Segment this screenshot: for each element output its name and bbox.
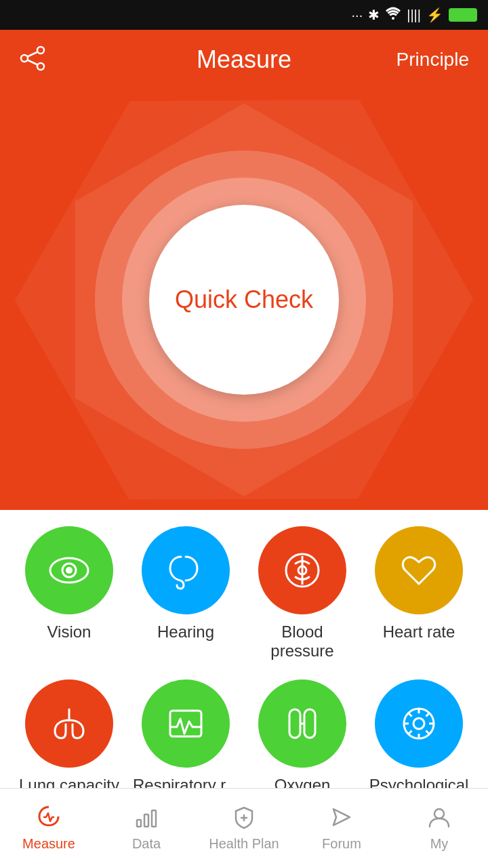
svg-line-22 [409,713,412,717]
psychological-item[interactable]: Psychological [365,679,473,795]
svg-rect-26 [137,820,141,827]
nav-forum[interactable]: Forum [293,789,390,868]
svg-point-17 [413,718,424,729]
bottom-navigation: Measure Data Health Plan Forum [0,788,488,868]
hearing-icon-circle [142,526,230,614]
svg-rect-13 [289,709,300,738]
respiratory-icon-circle [142,679,230,768]
svg-line-24 [426,713,430,717]
hearing-item[interactable]: Hearing [131,526,240,660]
blood-pressure-label: Blood pressure [248,623,357,660]
nav-my-label: My [430,836,449,852]
nav-data-label: Data [132,836,161,852]
nav-health-plan-label: Health Plan [209,836,279,852]
grid-row-1: Vision Hearing [11,526,477,660]
nav-measure-icon [37,805,61,832]
svg-rect-27 [144,814,148,827]
principle-button[interactable]: Principle [396,49,469,71]
svg-rect-14 [304,709,315,738]
quick-check-middle: Quick Check [122,178,366,422]
nav-forum-icon [329,805,354,832]
svg-line-5 [28,60,38,65]
nav-health-plan-icon [232,805,256,832]
lung-capacity-icon-circle [25,679,113,768]
measure-grid: Vision Hearing [0,510,488,830]
nav-my-icon [427,805,451,832]
vision-item[interactable]: Vision [15,526,123,660]
page-title: Measure [197,45,291,74]
wifi-icon [385,7,401,24]
nav-data[interactable]: Data [98,789,195,868]
respiratory-item[interactable]: Respiratory r... [131,679,240,795]
quick-check-inner: Quick Check [149,205,339,395]
quick-check-button[interactable]: Quick Check [95,151,393,449]
svg-point-1 [37,47,44,54]
nav-measure[interactable]: Measure [0,789,98,868]
bluetooth-icon: ✱ [368,7,380,23]
status-bar: ··· ✱ |||| ⚡ [0,0,488,30]
signal-dots: ··· [352,7,363,23]
svg-point-8 [66,567,73,574]
nav-my[interactable]: My [390,789,488,868]
signal-bars-icon: |||| [407,7,421,23]
quick-check-label: Quick Check [175,285,313,314]
svg-line-25 [409,731,412,734]
svg-line-4 [28,52,38,57]
blood-pressure-icon-circle [258,526,346,614]
svg-point-2 [37,63,44,70]
nav-health-plan[interactable]: Health Plan [195,789,293,868]
nav-measure-label: Measure [22,836,75,852]
charging-icon: ⚡ [426,7,443,23]
header: Measure Principle [0,30,488,90]
svg-point-31 [434,809,444,818]
grid-row-2: Lung capacity Respiratory r... Oxygen [11,679,477,795]
nav-forum-label: Forum [322,836,361,852]
svg-rect-28 [152,810,156,827]
vision-icon-circle [25,526,113,614]
blood-pressure-item[interactable]: Blood pressure [248,526,357,660]
svg-point-3 [21,55,28,62]
nav-data-icon [134,805,159,832]
status-icons: ··· ✱ |||| ⚡ [352,7,477,24]
hearing-label: Hearing [157,623,214,642]
hero-section: Quick Check [0,90,488,510]
heart-rate-item[interactable]: Heart rate [365,526,473,660]
lung-capacity-item[interactable]: Lung capacity [15,679,123,795]
heart-rate-label: Heart rate [383,623,455,642]
battery-icon [449,8,477,22]
oxygen-item[interactable]: Oxygen [248,679,357,795]
vision-label: Vision [47,623,92,642]
psychological-icon-circle [375,679,463,768]
svg-line-23 [426,731,430,734]
svg-point-0 [392,17,394,20]
heart-rate-icon-circle [375,526,463,614]
oxygen-icon-circle [258,679,346,768]
share-icon[interactable] [19,45,46,75]
